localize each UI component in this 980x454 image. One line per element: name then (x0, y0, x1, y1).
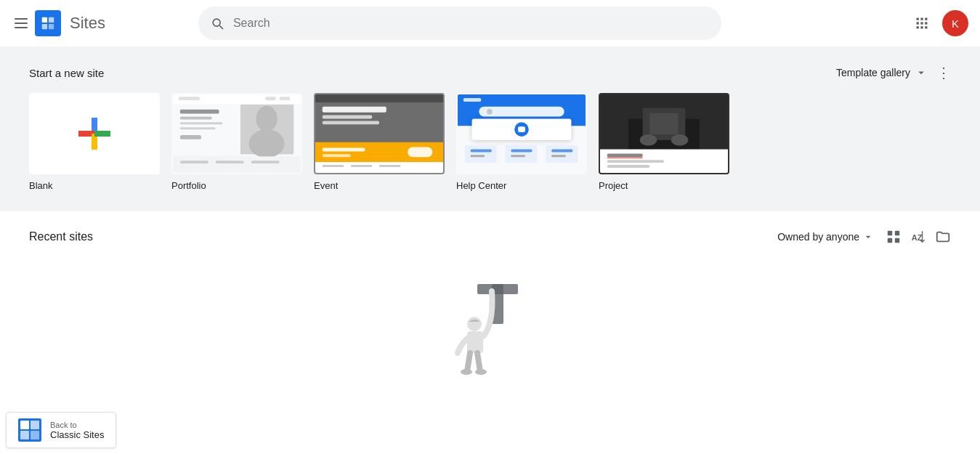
start-new-site-title: Start a new site (29, 67, 104, 79)
svg-rect-12 (925, 26, 927, 28)
svg-rect-19 (179, 97, 200, 100)
svg-rect-37 (323, 107, 386, 113)
portfolio-preview (173, 93, 301, 174)
grid-view-icon[interactable] (886, 229, 902, 245)
recent-section: Recent sites Owned by anyone AZ (0, 211, 980, 429)
svg-rect-26 (180, 117, 212, 120)
empty-state (29, 262, 951, 393)
template-help-center[interactable]: Help Center (456, 93, 587, 191)
svg-rect-72 (607, 153, 643, 157)
svg-rect-29 (180, 135, 201, 139)
svg-rect-1 (49, 17, 54, 23)
svg-point-69 (640, 134, 657, 146)
svg-rect-38 (323, 115, 372, 119)
template-project[interactable]: Project (599, 93, 729, 191)
svg-point-83 (467, 317, 482, 331)
svg-rect-27 (180, 122, 223, 124)
search-icon (210, 16, 224, 31)
svg-rect-28 (180, 127, 216, 129)
classic-sites-logo (18, 418, 41, 429)
classic-sites-text: Back to Classic Sites (50, 421, 104, 430)
recent-header: Recent sites Owned by anyone AZ (29, 229, 951, 245)
project-thumb (599, 93, 729, 174)
search-bar[interactable] (198, 7, 721, 40)
svg-rect-84 (467, 331, 483, 353)
project-label: Project (599, 180, 729, 191)
templates-grid: Blank (29, 93, 951, 191)
svg-rect-6 (925, 18, 927, 20)
svg-rect-44 (315, 162, 443, 174)
svg-rect-46 (351, 165, 372, 167)
svg-rect-39 (323, 121, 379, 124)
svg-rect-4 (916, 18, 918, 20)
svg-rect-5 (920, 18, 923, 20)
event-preview (315, 93, 443, 174)
svg-rect-3 (49, 24, 54, 29)
svg-rect-76 (888, 231, 892, 235)
project-preview (600, 93, 728, 174)
svg-rect-63 (511, 155, 525, 157)
template-gallery-button[interactable]: Template gallery (836, 66, 928, 79)
template-blank[interactable]: Blank (29, 93, 160, 191)
owned-by-label: Owned by anyone (777, 231, 859, 243)
svg-rect-61 (551, 150, 572, 153)
svg-rect-75 (607, 157, 643, 158)
svg-rect-33 (251, 161, 280, 163)
more-options-icon[interactable]: ⋮ (936, 64, 951, 81)
plus-icon (76, 115, 113, 153)
svg-rect-41 (323, 148, 365, 152)
svg-rect-64 (551, 155, 566, 157)
template-event[interactable]: Event (314, 93, 445, 191)
app-logo (35, 10, 61, 36)
template-portfolio[interactable]: Portfolio (171, 93, 302, 191)
svg-rect-43 (408, 147, 432, 158)
classic-sites-bar[interactable]: Back to Classic Sites (6, 412, 116, 429)
svg-rect-62 (471, 155, 485, 157)
header: Sites K (0, 0, 980, 46)
empty-state-svg (447, 277, 534, 378)
sort-az-icon[interactable]: AZ (910, 229, 926, 245)
svg-rect-7 (916, 22, 918, 24)
owned-by-button[interactable]: Owned by anyone (777, 231, 874, 243)
svg-rect-78 (888, 238, 892, 243)
empty-illustration (447, 277, 534, 378)
recent-controls: Owned by anyone AZ (777, 229, 951, 245)
search-input[interactable] (233, 17, 710, 30)
svg-rect-89 (31, 421, 39, 429)
svg-rect-31 (180, 161, 208, 163)
svg-rect-58 (546, 145, 578, 163)
app-title: Sites (70, 14, 105, 33)
folder-icon[interactable] (935, 229, 951, 245)
svg-point-24 (249, 129, 285, 158)
classic-sites-label: Classic Sites (50, 429, 104, 430)
svg-rect-25 (180, 110, 219, 114)
svg-rect-16 (94, 131, 110, 137)
event-thumb (314, 93, 445, 174)
apps-grid-icon[interactable] (907, 9, 936, 38)
event-label: Event (314, 180, 445, 191)
svg-rect-60 (511, 150, 532, 153)
svg-rect-77 (895, 231, 899, 235)
back-to-label: Back to (50, 421, 104, 429)
svg-rect-9 (925, 22, 927, 24)
svg-rect-0 (42, 17, 47, 23)
portfolio-thumb (171, 93, 302, 174)
svg-point-23 (256, 106, 277, 131)
help-thumb (456, 93, 587, 174)
svg-rect-68 (649, 113, 678, 134)
svg-rect-74 (607, 165, 650, 168)
svg-rect-55 (518, 126, 525, 132)
hamburger-menu-icon[interactable] (12, 15, 29, 32)
svg-rect-73 (607, 160, 664, 163)
header-right: K (907, 9, 968, 38)
dropdown-arrow-icon (862, 231, 874, 243)
svg-rect-21 (280, 97, 291, 100)
svg-rect-32 (216, 161, 244, 163)
svg-rect-59 (471, 150, 492, 153)
blank-thumb (29, 93, 160, 174)
svg-rect-42 (323, 154, 351, 157)
svg-rect-11 (920, 26, 923, 28)
svg-rect-36 (315, 94, 443, 102)
svg-rect-2 (42, 24, 47, 29)
avatar[interactable]: K (942, 10, 968, 36)
